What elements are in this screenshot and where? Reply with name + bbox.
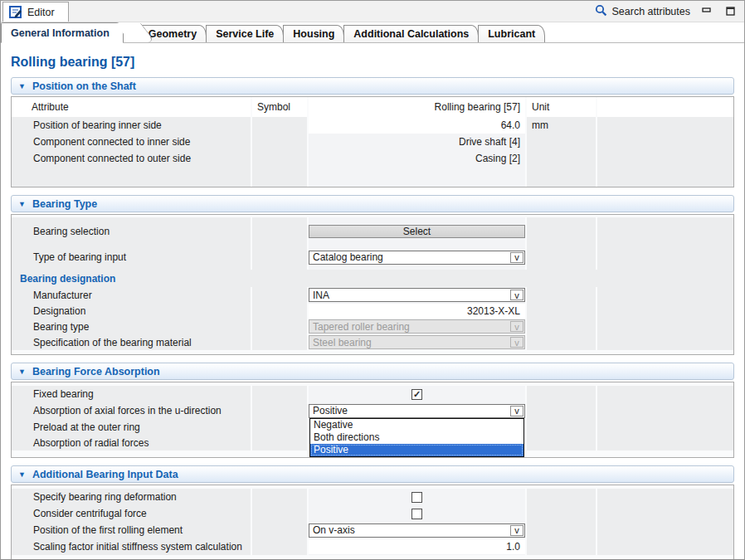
maximize-icon xyxy=(726,7,735,16)
extra-cell xyxy=(597,319,733,334)
unit-cell xyxy=(527,522,596,538)
unit-cell xyxy=(527,303,596,319)
scaling-factor-field[interactable]: 1.0 xyxy=(309,539,525,554)
section-header-position-on-shaft[interactable]: ▼ Position on the Shaft xyxy=(11,77,734,95)
tab-service-life[interactable]: Service Life xyxy=(206,25,284,42)
combobox-value: Tapered roller bearing xyxy=(313,321,410,333)
tab-housing[interactable]: Housing xyxy=(283,25,344,42)
dropdown-option[interactable]: Negative xyxy=(310,419,523,431)
section-header-force-absorption[interactable]: ▼ Bearing Force Absorption xyxy=(11,363,734,380)
tab-label: Housing xyxy=(293,28,334,40)
table-header-row: Attribute Symbol Rolling bearing [57] Un… xyxy=(12,97,733,117)
designation-field[interactable]: 32013-X-XL xyxy=(309,304,525,319)
unit-cell xyxy=(527,217,596,245)
field-label: Position of the first rolling element xyxy=(12,522,251,538)
type-of-bearing-input-combobox[interactable]: Catalog bearing v xyxy=(309,251,525,265)
centrifugal-force-checkbox[interactable]: ✓ xyxy=(411,509,422,519)
field-label: Designation xyxy=(12,303,251,319)
filler-cell xyxy=(527,167,596,187)
filler-cell xyxy=(597,167,733,187)
unit-cell xyxy=(527,334,596,350)
dropdown-arrow-icon[interactable]: v xyxy=(510,525,523,536)
page-title: Rolling bearing [57] xyxy=(11,55,734,70)
field-label: Consider centrifugal force xyxy=(12,505,251,522)
field-label: Scaling factor initial stiffness system … xyxy=(12,538,251,555)
form-row: Type of bearing input Catalog bearing v xyxy=(12,245,733,270)
symbol-cell xyxy=(252,319,307,334)
extra-cell xyxy=(597,245,733,270)
section-header-bearing-type[interactable]: ▼ Bearing Type xyxy=(11,195,734,212)
symbol-cell xyxy=(252,402,307,419)
section-header-additional-input[interactable]: ▼ Additional Bearing Input Data xyxy=(11,465,734,483)
section-title: Additional Bearing Input Data xyxy=(32,469,178,480)
axial-force-direction-combobox[interactable]: Positive v NegativeBoth directionsPositi… xyxy=(309,404,525,418)
col-header-symbol: Symbol xyxy=(252,97,307,117)
form-row: Designation 32013-X-XL xyxy=(12,303,733,319)
tab-general-information[interactable]: General Information xyxy=(1,22,124,43)
value-cell-position-inner-side[interactable]: 64.0 xyxy=(309,117,525,134)
extra-cell xyxy=(597,134,733,150)
dropdown-option[interactable]: Both directions xyxy=(310,431,523,444)
first-rolling-element-combobox[interactable]: On v-axis v xyxy=(309,523,525,538)
search-attributes[interactable]: Search attributes xyxy=(595,4,691,19)
value-cell: ✓ xyxy=(309,386,525,402)
col-header-attribute: Attribute xyxy=(12,97,251,117)
bearing-type-form: Bearing selection Select Type of bearing… xyxy=(11,214,734,355)
form-row: Position of the first rolling element On… xyxy=(12,522,733,538)
position-table: Attribute Symbol Rolling bearing [57] Un… xyxy=(11,96,734,187)
symbol-cell xyxy=(252,117,307,134)
unit-cell xyxy=(527,435,596,450)
tab-label: General Information xyxy=(11,27,110,39)
manufacturer-combobox[interactable]: INA v xyxy=(309,288,525,302)
unit-cell xyxy=(527,319,596,334)
table-filler-row xyxy=(12,167,733,187)
tab-additional-calculations[interactable]: Additional Calculations xyxy=(343,25,479,42)
form-row: Manufacturer INA v xyxy=(12,287,733,303)
field-label: Bearing selection xyxy=(12,217,251,245)
unit-cell xyxy=(527,287,596,303)
field-label: Specify bearing ring deformation xyxy=(12,489,251,505)
unit-cell xyxy=(527,489,596,505)
editor-panel-tab[interactable]: Editor xyxy=(2,2,69,22)
additional-input-form: Specify bearing ring deformation ✓ Consi… xyxy=(11,485,734,560)
ring-deformation-checkbox[interactable]: ✓ xyxy=(411,492,422,503)
dropdown-arrow-icon[interactable]: v xyxy=(510,252,523,263)
dropdown-option[interactable]: Positive xyxy=(310,444,523,456)
symbol-cell xyxy=(252,303,307,319)
editor-document-icon xyxy=(9,6,22,19)
editor-window: Editor Search attributes xyxy=(0,0,745,560)
collapse-arrow-icon: ▼ xyxy=(18,200,26,208)
symbol-cell xyxy=(252,287,307,303)
maximize-button[interactable] xyxy=(723,6,737,17)
section-title: Position on the Shaft xyxy=(32,80,136,92)
form-row: Absorption of axial forces in the u-dire… xyxy=(12,402,733,419)
value-cell: Positive v NegativeBoth directionsPositi… xyxy=(309,402,525,419)
field-label: Bearing type xyxy=(12,319,251,334)
dropdown-arrow-icon: v xyxy=(510,321,523,332)
dropdown-arrow-icon[interactable]: v xyxy=(510,406,523,416)
filler-cell xyxy=(252,167,307,187)
combobox-value: Steel bearing xyxy=(313,337,372,348)
force-absorption-form: Fixed bearing ✓ Absorption of axial forc… xyxy=(11,382,734,458)
symbol-cell xyxy=(252,522,307,538)
select-bearing-button[interactable]: Select xyxy=(309,225,525,238)
symbol-cell xyxy=(252,245,307,270)
dropdown-arrow-icon[interactable]: v xyxy=(510,290,523,300)
field-label: Manufacturer xyxy=(12,287,251,303)
form-row: Fixed bearing ✓ xyxy=(12,386,733,402)
bearing-designation-group-header: Bearing designation xyxy=(12,270,733,287)
dropdown-arrow-icon: v xyxy=(510,337,523,348)
collapse-arrow-icon: ▼ xyxy=(18,470,26,479)
float-window-button[interactable] xyxy=(700,6,713,17)
combobox-value: Positive xyxy=(313,405,348,416)
symbol-cell xyxy=(252,150,307,167)
symbol-cell xyxy=(252,217,307,245)
fixed-bearing-checkbox[interactable]: ✓ xyxy=(411,389,422,400)
tab-lubricant[interactable]: Lubricant xyxy=(478,25,545,42)
table-row: Position of bearing inner side 64.0 mm xyxy=(12,117,733,134)
unit-cell xyxy=(527,505,596,522)
tab-bar: General Information Geometry Service Lif… xyxy=(1,22,744,43)
editor-tab-label: Editor xyxy=(27,7,55,18)
value-cell-outer-component: Casing [2] xyxy=(309,150,525,167)
form-row: Bearing selection Select xyxy=(12,217,733,245)
